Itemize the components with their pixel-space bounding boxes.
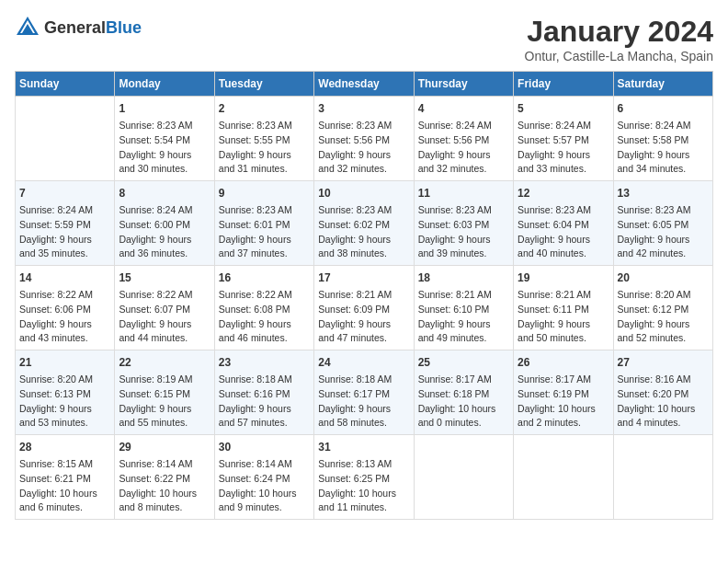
calendar-cell: 7Sunrise: 8:24 AM Sunset: 5:59 PM Daylig…	[16, 181, 115, 266]
calendar-week-row: 1Sunrise: 8:23 AM Sunset: 5:54 PM Daylig…	[16, 97, 713, 181]
weekday-header: Wednesday	[314, 72, 414, 97]
day-number: 11	[418, 185, 509, 201]
cell-content: Sunrise: 8:24 AM Sunset: 5:59 PM Dayligh…	[19, 203, 110, 261]
calendar-cell: 9Sunrise: 8:23 AM Sunset: 6:01 PM Daylig…	[214, 181, 313, 266]
cell-content: Sunrise: 8:18 AM Sunset: 6:17 PM Dayligh…	[318, 373, 409, 431]
calendar-cell: 29Sunrise: 8:14 AM Sunset: 6:22 PM Dayli…	[115, 435, 214, 520]
cell-content: Sunrise: 8:24 AM Sunset: 6:00 PM Dayligh…	[119, 203, 210, 261]
day-number: 5	[518, 100, 609, 117]
day-number: 9	[219, 185, 310, 201]
cell-content: Sunrise: 8:15 AM Sunset: 6:21 PM Dayligh…	[19, 457, 110, 515]
day-number: 13	[618, 185, 709, 201]
cell-content: Sunrise: 8:23 AM Sunset: 5:55 PM Dayligh…	[219, 119, 310, 177]
cell-content: Sunrise: 8:20 AM Sunset: 6:12 PM Dayligh…	[618, 288, 709, 346]
calendar-week-row: 14Sunrise: 8:22 AM Sunset: 6:06 PM Dayli…	[16, 266, 713, 350]
calendar-cell: 1Sunrise: 8:23 AM Sunset: 5:54 PM Daylig…	[115, 97, 214, 181]
calendar-cell: 12Sunrise: 8:23 AM Sunset: 6:04 PM Dayli…	[514, 181, 613, 266]
calendar-cell: 2Sunrise: 8:23 AM Sunset: 5:55 PM Daylig…	[214, 97, 313, 181]
day-number: 12	[518, 185, 609, 201]
day-number: 10	[318, 185, 409, 201]
calendar-cell: 21Sunrise: 8:20 AM Sunset: 6:13 PM Dayli…	[16, 350, 115, 435]
weekday-header: Friday	[514, 72, 613, 97]
day-number: 31	[318, 439, 409, 455]
weekday-header: Saturday	[613, 72, 712, 97]
weekday-header: Monday	[115, 72, 214, 97]
weekday-header: Tuesday	[214, 72, 313, 97]
weekday-header: Thursday	[414, 72, 513, 97]
calendar-week-row: 7Sunrise: 8:24 AM Sunset: 5:59 PM Daylig…	[16, 181, 713, 266]
day-number: 27	[618, 354, 709, 371]
title-section: January 2024 Ontur, Castille-La Mancha, …	[525, 15, 713, 63]
calendar-cell	[613, 435, 712, 520]
calendar-cell: 23Sunrise: 8:18 AM Sunset: 6:16 PM Dayli…	[214, 350, 313, 435]
calendar-cell: 30Sunrise: 8:14 AM Sunset: 6:24 PM Dayli…	[214, 435, 313, 520]
cell-content: Sunrise: 8:13 AM Sunset: 6:25 PM Dayligh…	[318, 457, 409, 515]
cell-content: Sunrise: 8:19 AM Sunset: 6:15 PM Dayligh…	[119, 373, 210, 431]
cell-content: Sunrise: 8:23 AM Sunset: 6:03 PM Dayligh…	[418, 203, 509, 261]
logo-icon	[15, 15, 40, 40]
day-number: 23	[219, 354, 310, 371]
calendar-cell: 13Sunrise: 8:23 AM Sunset: 6:05 PM Dayli…	[613, 181, 712, 266]
calendar-cell: 4Sunrise: 8:24 AM Sunset: 5:56 PM Daylig…	[414, 97, 513, 181]
day-number: 2	[219, 100, 310, 117]
logo: GeneralBlue	[15, 15, 142, 40]
calendar-cell	[414, 435, 513, 520]
cell-content: Sunrise: 8:21 AM Sunset: 6:09 PM Dayligh…	[318, 288, 409, 346]
day-number: 3	[318, 100, 409, 117]
page-header: GeneralBlue January 2024 Ontur, Castille…	[15, 15, 713, 63]
cell-content: Sunrise: 8:23 AM Sunset: 6:04 PM Dayligh…	[518, 203, 609, 261]
day-number: 18	[418, 270, 509, 286]
calendar-cell: 14Sunrise: 8:22 AM Sunset: 6:06 PM Dayli…	[16, 266, 115, 350]
day-number: 14	[19, 270, 110, 286]
calendar-cell: 20Sunrise: 8:20 AM Sunset: 6:12 PM Dayli…	[613, 266, 712, 350]
calendar-week-row: 28Sunrise: 8:15 AM Sunset: 6:21 PM Dayli…	[16, 435, 713, 520]
calendar-cell: 28Sunrise: 8:15 AM Sunset: 6:21 PM Dayli…	[16, 435, 115, 520]
day-number: 7	[19, 185, 110, 201]
cell-content: Sunrise: 8:22 AM Sunset: 6:08 PM Dayligh…	[219, 288, 310, 346]
cell-content: Sunrise: 8:21 AM Sunset: 6:11 PM Dayligh…	[518, 288, 609, 346]
cell-content: Sunrise: 8:24 AM Sunset: 5:56 PM Dayligh…	[418, 119, 509, 177]
cell-content: Sunrise: 8:21 AM Sunset: 6:10 PM Dayligh…	[418, 288, 509, 346]
day-number: 17	[318, 270, 409, 286]
calendar-cell: 24Sunrise: 8:18 AM Sunset: 6:17 PM Dayli…	[314, 350, 414, 435]
calendar-cell: 15Sunrise: 8:22 AM Sunset: 6:07 PM Dayli…	[115, 266, 214, 350]
cell-content: Sunrise: 8:23 AM Sunset: 6:05 PM Dayligh…	[618, 203, 709, 261]
calendar-cell: 10Sunrise: 8:23 AM Sunset: 6:02 PM Dayli…	[314, 181, 414, 266]
day-number: 8	[119, 185, 210, 201]
day-number: 19	[518, 270, 609, 286]
day-number: 6	[618, 100, 709, 117]
day-number: 25	[418, 354, 509, 371]
calendar-cell: 31Sunrise: 8:13 AM Sunset: 6:25 PM Dayli…	[314, 435, 414, 520]
day-number: 4	[418, 100, 509, 117]
main-title: January 2024	[525, 15, 713, 49]
cell-content: Sunrise: 8:14 AM Sunset: 6:24 PM Dayligh…	[219, 457, 310, 515]
day-number: 28	[19, 439, 110, 455]
calendar-cell: 8Sunrise: 8:24 AM Sunset: 6:00 PM Daylig…	[115, 181, 214, 266]
calendar-cell: 25Sunrise: 8:17 AM Sunset: 6:18 PM Dayli…	[414, 350, 513, 435]
logo-text-general: General	[44, 18, 106, 37]
day-number: 26	[518, 354, 609, 371]
cell-content: Sunrise: 8:24 AM Sunset: 5:58 PM Dayligh…	[618, 119, 709, 177]
cell-content: Sunrise: 8:23 AM Sunset: 6:02 PM Dayligh…	[318, 203, 409, 261]
cell-content: Sunrise: 8:17 AM Sunset: 6:18 PM Dayligh…	[418, 373, 509, 431]
calendar-table: SundayMondayTuesdayWednesdayThursdayFrid…	[15, 71, 713, 520]
cell-content: Sunrise: 8:24 AM Sunset: 5:57 PM Dayligh…	[518, 119, 609, 177]
calendar-header-row: SundayMondayTuesdayWednesdayThursdayFrid…	[16, 72, 713, 97]
day-number: 22	[119, 354, 210, 371]
calendar-cell: 27Sunrise: 8:16 AM Sunset: 6:20 PM Dayli…	[613, 350, 712, 435]
day-number: 16	[219, 270, 310, 286]
calendar-cell: 19Sunrise: 8:21 AM Sunset: 6:11 PM Dayli…	[514, 266, 613, 350]
cell-content: Sunrise: 8:17 AM Sunset: 6:19 PM Dayligh…	[518, 373, 609, 431]
cell-content: Sunrise: 8:18 AM Sunset: 6:16 PM Dayligh…	[219, 373, 310, 431]
calendar-cell	[514, 435, 613, 520]
calendar-cell: 16Sunrise: 8:22 AM Sunset: 6:08 PM Dayli…	[214, 266, 313, 350]
cell-content: Sunrise: 8:22 AM Sunset: 6:06 PM Dayligh…	[19, 288, 110, 346]
cell-content: Sunrise: 8:22 AM Sunset: 6:07 PM Dayligh…	[119, 288, 210, 346]
calendar-cell	[16, 97, 115, 181]
calendar-cell: 3Sunrise: 8:23 AM Sunset: 5:56 PM Daylig…	[314, 97, 414, 181]
day-number: 15	[119, 270, 210, 286]
calendar-week-row: 21Sunrise: 8:20 AM Sunset: 6:13 PM Dayli…	[16, 350, 713, 435]
logo-text-blue: Blue	[106, 18, 142, 37]
cell-content: Sunrise: 8:23 AM Sunset: 6:01 PM Dayligh…	[219, 203, 310, 261]
calendar-cell: 5Sunrise: 8:24 AM Sunset: 5:57 PM Daylig…	[514, 97, 613, 181]
